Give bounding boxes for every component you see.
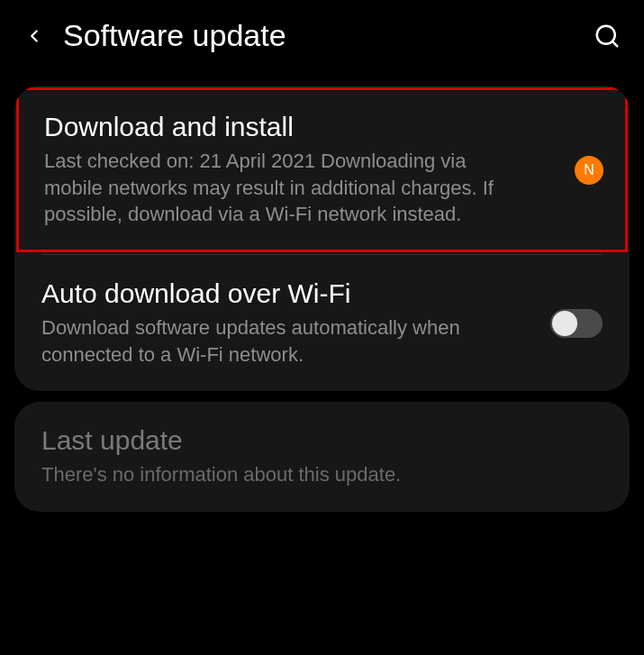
download-install-title: Download and install [44,112,600,142]
search-icon[interactable] [592,21,622,51]
back-icon[interactable] [22,23,47,49]
auto-download-toggle[interactable] [550,309,603,338]
update-card: Download and install Last checked on: 21… [14,86,630,391]
download-install-item[interactable]: Download and install Last checked on: 21… [16,87,628,252]
last-update-card: Last update There's no information about… [14,402,630,512]
download-install-subtitle: Last checked on: 21 April 2021 Downloadi… [44,148,503,228]
auto-download-subtitle: Download software updates automatically … [41,314,501,368]
last-update-subtitle: There's no information about this update… [41,461,501,488]
last-update-title: Last update [41,425,603,456]
last-update-item[interactable]: Last update There's no information about… [14,402,630,512]
page-title: Software update [63,18,576,53]
svg-line-1 [612,41,617,45]
auto-download-title: Auto download over Wi-Fi [41,278,603,309]
notification-badge: N [575,156,603,185]
toggle-knob [552,311,577,336]
header: Software update [0,0,644,75]
auto-download-item[interactable]: Auto download over Wi-Fi Download softwa… [14,255,630,391]
